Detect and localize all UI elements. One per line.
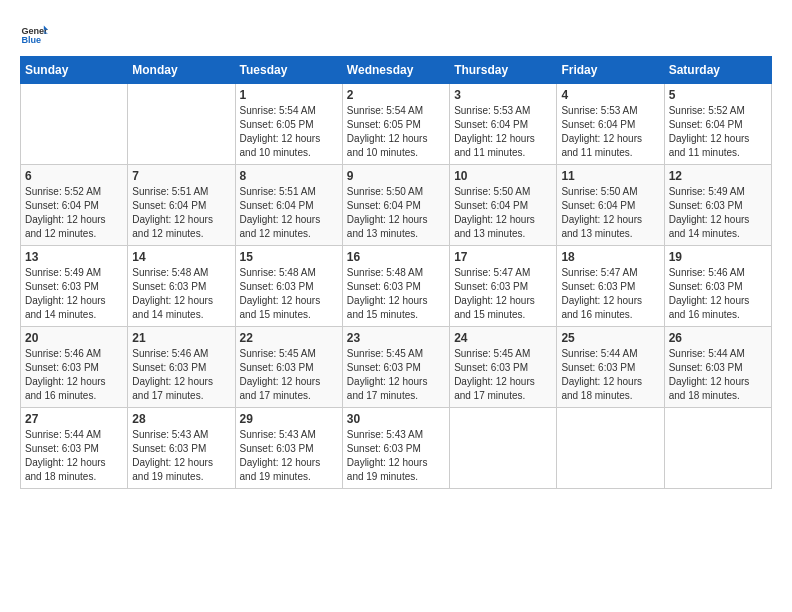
day-info: Sunrise: 5:50 AM Sunset: 6:04 PM Dayligh…	[561, 185, 659, 241]
day-number: 1	[240, 88, 338, 102]
calendar-week: 20Sunrise: 5:46 AM Sunset: 6:03 PM Dayli…	[21, 327, 772, 408]
day-info: Sunrise: 5:53 AM Sunset: 6:04 PM Dayligh…	[561, 104, 659, 160]
calendar-day: 25Sunrise: 5:44 AM Sunset: 6:03 PM Dayli…	[557, 327, 664, 408]
calendar-day: 30Sunrise: 5:43 AM Sunset: 6:03 PM Dayli…	[342, 408, 449, 489]
calendar-day: 5Sunrise: 5:52 AM Sunset: 6:04 PM Daylig…	[664, 84, 771, 165]
day-info: Sunrise: 5:50 AM Sunset: 6:04 PM Dayligh…	[347, 185, 445, 241]
calendar: SundayMondayTuesdayWednesdayThursdayFrid…	[20, 56, 772, 489]
calendar-day: 14Sunrise: 5:48 AM Sunset: 6:03 PM Dayli…	[128, 246, 235, 327]
day-header: Friday	[557, 57, 664, 84]
calendar-day: 8Sunrise: 5:51 AM Sunset: 6:04 PM Daylig…	[235, 165, 342, 246]
day-number: 8	[240, 169, 338, 183]
day-info: Sunrise: 5:45 AM Sunset: 6:03 PM Dayligh…	[454, 347, 552, 403]
day-number: 30	[347, 412, 445, 426]
calendar-day	[664, 408, 771, 489]
day-info: Sunrise: 5:51 AM Sunset: 6:04 PM Dayligh…	[240, 185, 338, 241]
day-info: Sunrise: 5:44 AM Sunset: 6:03 PM Dayligh…	[561, 347, 659, 403]
calendar-week: 27Sunrise: 5:44 AM Sunset: 6:03 PM Dayli…	[21, 408, 772, 489]
calendar-day: 9Sunrise: 5:50 AM Sunset: 6:04 PM Daylig…	[342, 165, 449, 246]
calendar-day: 24Sunrise: 5:45 AM Sunset: 6:03 PM Dayli…	[450, 327, 557, 408]
calendar-day: 11Sunrise: 5:50 AM Sunset: 6:04 PM Dayli…	[557, 165, 664, 246]
day-number: 2	[347, 88, 445, 102]
calendar-day: 27Sunrise: 5:44 AM Sunset: 6:03 PM Dayli…	[21, 408, 128, 489]
day-info: Sunrise: 5:44 AM Sunset: 6:03 PM Dayligh…	[669, 347, 767, 403]
day-number: 18	[561, 250, 659, 264]
calendar-day: 17Sunrise: 5:47 AM Sunset: 6:03 PM Dayli…	[450, 246, 557, 327]
day-info: Sunrise: 5:52 AM Sunset: 6:04 PM Dayligh…	[669, 104, 767, 160]
day-number: 29	[240, 412, 338, 426]
day-header: Monday	[128, 57, 235, 84]
calendar-day: 4Sunrise: 5:53 AM Sunset: 6:04 PM Daylig…	[557, 84, 664, 165]
calendar-week: 1Sunrise: 5:54 AM Sunset: 6:05 PM Daylig…	[21, 84, 772, 165]
day-info: Sunrise: 5:45 AM Sunset: 6:03 PM Dayligh…	[347, 347, 445, 403]
day-number: 13	[25, 250, 123, 264]
day-number: 24	[454, 331, 552, 345]
day-info: Sunrise: 5:47 AM Sunset: 6:03 PM Dayligh…	[454, 266, 552, 322]
day-header: Saturday	[664, 57, 771, 84]
day-number: 17	[454, 250, 552, 264]
day-info: Sunrise: 5:46 AM Sunset: 6:03 PM Dayligh…	[25, 347, 123, 403]
calendar-day: 16Sunrise: 5:48 AM Sunset: 6:03 PM Dayli…	[342, 246, 449, 327]
day-number: 23	[347, 331, 445, 345]
logo: General Blue	[20, 20, 48, 48]
logo-icon: General Blue	[20, 20, 48, 48]
day-header: Sunday	[21, 57, 128, 84]
day-header: Tuesday	[235, 57, 342, 84]
day-number: 11	[561, 169, 659, 183]
calendar-day: 7Sunrise: 5:51 AM Sunset: 6:04 PM Daylig…	[128, 165, 235, 246]
calendar-day: 22Sunrise: 5:45 AM Sunset: 6:03 PM Dayli…	[235, 327, 342, 408]
calendar-week: 6Sunrise: 5:52 AM Sunset: 6:04 PM Daylig…	[21, 165, 772, 246]
calendar-day: 15Sunrise: 5:48 AM Sunset: 6:03 PM Dayli…	[235, 246, 342, 327]
day-info: Sunrise: 5:43 AM Sunset: 6:03 PM Dayligh…	[347, 428, 445, 484]
day-number: 20	[25, 331, 123, 345]
day-info: Sunrise: 5:49 AM Sunset: 6:03 PM Dayligh…	[25, 266, 123, 322]
calendar-day: 6Sunrise: 5:52 AM Sunset: 6:04 PM Daylig…	[21, 165, 128, 246]
day-number: 16	[347, 250, 445, 264]
calendar-body: 1Sunrise: 5:54 AM Sunset: 6:05 PM Daylig…	[21, 84, 772, 489]
day-info: Sunrise: 5:44 AM Sunset: 6:03 PM Dayligh…	[25, 428, 123, 484]
calendar-day: 19Sunrise: 5:46 AM Sunset: 6:03 PM Dayli…	[664, 246, 771, 327]
header: General Blue	[20, 20, 772, 48]
day-info: Sunrise: 5:49 AM Sunset: 6:03 PM Dayligh…	[669, 185, 767, 241]
calendar-header: SundayMondayTuesdayWednesdayThursdayFrid…	[21, 57, 772, 84]
day-info: Sunrise: 5:46 AM Sunset: 6:03 PM Dayligh…	[132, 347, 230, 403]
day-number: 25	[561, 331, 659, 345]
day-info: Sunrise: 5:45 AM Sunset: 6:03 PM Dayligh…	[240, 347, 338, 403]
day-info: Sunrise: 5:43 AM Sunset: 6:03 PM Dayligh…	[132, 428, 230, 484]
day-number: 15	[240, 250, 338, 264]
day-info: Sunrise: 5:54 AM Sunset: 6:05 PM Dayligh…	[240, 104, 338, 160]
calendar-day: 1Sunrise: 5:54 AM Sunset: 6:05 PM Daylig…	[235, 84, 342, 165]
day-number: 27	[25, 412, 123, 426]
day-number: 10	[454, 169, 552, 183]
day-number: 28	[132, 412, 230, 426]
calendar-day: 18Sunrise: 5:47 AM Sunset: 6:03 PM Dayli…	[557, 246, 664, 327]
day-number: 9	[347, 169, 445, 183]
day-number: 5	[669, 88, 767, 102]
day-number: 4	[561, 88, 659, 102]
day-number: 22	[240, 331, 338, 345]
day-info: Sunrise: 5:50 AM Sunset: 6:04 PM Dayligh…	[454, 185, 552, 241]
calendar-day: 2Sunrise: 5:54 AM Sunset: 6:05 PM Daylig…	[342, 84, 449, 165]
day-info: Sunrise: 5:48 AM Sunset: 6:03 PM Dayligh…	[240, 266, 338, 322]
calendar-day	[128, 84, 235, 165]
calendar-day: 21Sunrise: 5:46 AM Sunset: 6:03 PM Dayli…	[128, 327, 235, 408]
day-info: Sunrise: 5:47 AM Sunset: 6:03 PM Dayligh…	[561, 266, 659, 322]
calendar-day: 26Sunrise: 5:44 AM Sunset: 6:03 PM Dayli…	[664, 327, 771, 408]
day-number: 6	[25, 169, 123, 183]
day-info: Sunrise: 5:52 AM Sunset: 6:04 PM Dayligh…	[25, 185, 123, 241]
calendar-day: 28Sunrise: 5:43 AM Sunset: 6:03 PM Dayli…	[128, 408, 235, 489]
svg-text:Blue: Blue	[21, 35, 41, 45]
day-number: 14	[132, 250, 230, 264]
day-info: Sunrise: 5:46 AM Sunset: 6:03 PM Dayligh…	[669, 266, 767, 322]
calendar-day: 13Sunrise: 5:49 AM Sunset: 6:03 PM Dayli…	[21, 246, 128, 327]
day-header: Wednesday	[342, 57, 449, 84]
calendar-day: 20Sunrise: 5:46 AM Sunset: 6:03 PM Dayli…	[21, 327, 128, 408]
day-info: Sunrise: 5:48 AM Sunset: 6:03 PM Dayligh…	[347, 266, 445, 322]
calendar-day: 3Sunrise: 5:53 AM Sunset: 6:04 PM Daylig…	[450, 84, 557, 165]
day-number: 26	[669, 331, 767, 345]
calendar-day: 10Sunrise: 5:50 AM Sunset: 6:04 PM Dayli…	[450, 165, 557, 246]
calendar-day	[21, 84, 128, 165]
calendar-day: 23Sunrise: 5:45 AM Sunset: 6:03 PM Dayli…	[342, 327, 449, 408]
calendar-day: 12Sunrise: 5:49 AM Sunset: 6:03 PM Dayli…	[664, 165, 771, 246]
day-info: Sunrise: 5:51 AM Sunset: 6:04 PM Dayligh…	[132, 185, 230, 241]
